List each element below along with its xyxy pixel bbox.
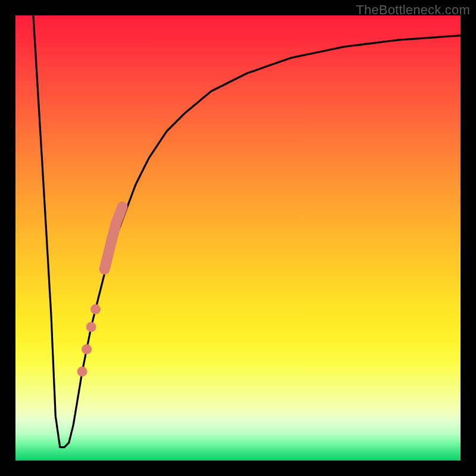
bottleneck-curve	[33, 15, 461, 447]
chart-frame: TheBottleneck.com	[0, 0, 476, 476]
highlight-dot	[86, 322, 96, 332]
highlight-dot	[82, 345, 92, 355]
highlight-dot	[90, 304, 101, 314]
highlight-segment	[105, 207, 123, 270]
highlight-dot	[77, 367, 87, 377]
chart-svg	[15, 15, 461, 461]
watermark-text: TheBottleneck.com	[356, 2, 470, 18]
plot-area	[15, 15, 461, 461]
